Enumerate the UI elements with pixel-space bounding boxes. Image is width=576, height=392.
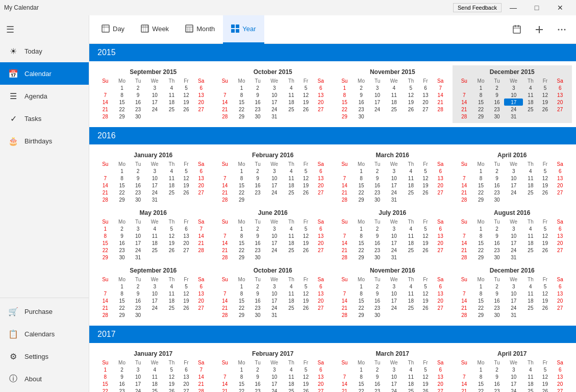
day-cell[interactable]: 13 [179, 232, 193, 239]
day-cell[interactable]: 20 [433, 239, 448, 247]
day-cell[interactable]: 16 [370, 182, 384, 189]
day-cell[interactable]: 8 [353, 175, 370, 182]
day-cell[interactable]: 1 [353, 283, 370, 290]
day-cell[interactable]: 13 [193, 91, 209, 99]
day-cell[interactable]: 21 [457, 387, 472, 392]
day-cell[interactable]: 21 [433, 99, 448, 106]
day-cell[interactable]: 29 [233, 113, 251, 120]
day-cell[interactable]: 15 [472, 239, 490, 247]
day-cell[interactable]: 12 [179, 91, 193, 99]
day-cell[interactable]: 21 [217, 387, 233, 392]
day-cell[interactable]: 25 [164, 106, 179, 113]
day-cell[interactable]: 15 [353, 182, 370, 189]
day-cell[interactable]: 2 [370, 366, 384, 373]
day-cell[interactable]: 3 [385, 167, 404, 175]
day-cell[interactable]: 5 [299, 225, 313, 232]
day-cell[interactable]: 18 [404, 380, 418, 387]
day-cell[interactable]: 10 [131, 232, 145, 239]
day-cell[interactable]: 27 [433, 247, 448, 254]
day-cell[interactable]: 24 [265, 106, 284, 113]
day-cell[interactable]: 21 [337, 247, 353, 254]
day-cell[interactable]: 16 [370, 239, 384, 247]
day-cell[interactable]: 31 [265, 311, 284, 318]
day-cell[interactable]: 29 [472, 254, 490, 261]
day-cell[interactable]: 9 [370, 232, 384, 239]
day-cell[interactable]: 21 [217, 189, 233, 196]
day-cell[interactable]: 6 [193, 84, 209, 91]
day-cell[interactable]: 2 [370, 225, 384, 232]
day-cell[interactable]: 22 [472, 387, 490, 392]
day-cell[interactable]: 14 [457, 380, 472, 387]
day-cell[interactable]: 24 [131, 387, 145, 392]
day-cell[interactable]: 1 [97, 366, 113, 373]
day-cell[interactable]: 6 [313, 84, 329, 91]
day-cell[interactable]: 24 [504, 189, 523, 196]
day-cell[interactable]: 16 [113, 380, 131, 387]
day-cell[interactable]: 25 [523, 247, 538, 254]
day-cell[interactable]: 30 [490, 254, 504, 261]
day-cell[interactable]: 19 [179, 182, 193, 189]
day-cell[interactable]: 20 [552, 182, 568, 189]
day-cell[interactable]: 4 [145, 225, 164, 232]
day-cell[interactable]: 25 [284, 247, 298, 254]
day-cell[interactable]: 15 [233, 99, 251, 106]
day-cell[interactable]: 18 [164, 182, 179, 189]
day-cell[interactable]: 5 [538, 225, 553, 232]
day-cell[interactable]: 14 [337, 239, 353, 247]
day-cell[interactable]: 23 [113, 247, 131, 254]
day-cell[interactable]: 10 [131, 373, 145, 380]
day-cell[interactable]: 11 [284, 290, 298, 297]
day-cell[interactable]: 26 [538, 247, 553, 254]
day-cell[interactable]: 12 [299, 232, 313, 239]
day-cell[interactable]: 17 [504, 380, 523, 387]
day-cell[interactable]: 27 [313, 106, 329, 113]
day-cell[interactable]: 22 [233, 247, 251, 254]
day-cell[interactable]: 10 [504, 290, 523, 297]
day-cell[interactable]: 6 [179, 366, 193, 373]
day-cell[interactable]: 13 [313, 373, 329, 380]
day-cell[interactable]: 15 [97, 239, 113, 247]
day-cell[interactable]: 17 [265, 99, 284, 106]
day-cell[interactable]: 15 [353, 239, 370, 247]
day-cell[interactable]: 6 [433, 283, 448, 290]
day-cell[interactable]: 29 [233, 311, 251, 318]
day-cell[interactable]: 7 [457, 175, 472, 182]
add-event-button[interactable] [529, 19, 549, 40]
day-cell[interactable]: 16 [251, 99, 265, 106]
day-cell[interactable]: 22 [353, 247, 370, 254]
day-cell[interactable]: 23 [251, 304, 265, 311]
day-cell[interactable]: 25 [284, 106, 298, 113]
day-cell[interactable]: 16 [490, 182, 504, 189]
day-cell[interactable]: 10 [370, 91, 384, 99]
day-cell[interactable]: 2 [131, 167, 145, 175]
day-cell[interactable]: 23 [370, 247, 384, 254]
day-cell[interactable]: 12 [299, 373, 313, 380]
day-cell[interactable]: 18 [164, 99, 179, 106]
tab-year[interactable]: Year [223, 15, 264, 44]
day-cell[interactable]: 8 [472, 373, 490, 380]
day-cell[interactable]: 7 [97, 175, 113, 182]
day-cell[interactable]: 27 [313, 189, 329, 196]
day-cell[interactable]: 7 [457, 373, 472, 380]
day-cell[interactable]: 8 [233, 91, 251, 99]
day-cell[interactable]: 24 [265, 189, 284, 196]
day-cell[interactable]: 8 [472, 91, 490, 99]
day-cell[interactable]: 12 [179, 290, 193, 297]
day-cell[interactable]: 9 [251, 232, 265, 239]
day-cell[interactable]: 9 [490, 175, 504, 182]
day-cell[interactable]: 23 [490, 387, 504, 392]
day-cell[interactable]: 29 [233, 254, 251, 261]
day-cell[interactable]: 6 [418, 84, 433, 91]
day-cell[interactable]: 30 [251, 113, 265, 120]
day-cell[interactable]: 7 [97, 290, 113, 297]
day-cell[interactable]: 17 [504, 239, 523, 247]
day-cell[interactable]: 25 [164, 189, 179, 196]
day-cell[interactable]: 28 [193, 387, 209, 392]
day-cell[interactable]: 10 [385, 373, 404, 380]
day-cell[interactable]: 11 [523, 290, 538, 297]
more-options-button[interactable] [552, 19, 572, 40]
day-cell[interactable]: 25 [145, 247, 164, 254]
day-cell[interactable]: 4 [164, 84, 179, 91]
day-cell[interactable]: 28 [337, 196, 353, 203]
day-cell[interactable]: 10 [145, 175, 164, 182]
